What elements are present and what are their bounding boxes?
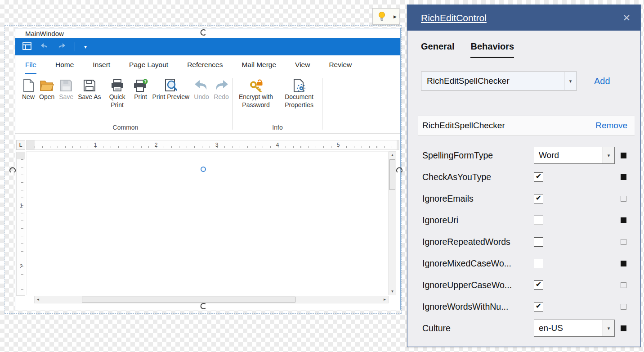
chevron-down-icon[interactable]: ▾ (564, 72, 577, 90)
close-icon[interactable]: ✕ (622, 13, 631, 23)
ruler-number: 1 (92, 142, 99, 148)
ribbon-tab-file[interactable]: File (25, 61, 36, 74)
property-set-marker[interactable] (621, 239, 626, 245)
group-separator (322, 78, 322, 130)
ribbon-button-label: Print (134, 93, 147, 101)
tab-behaviors[interactable]: Behaviors (470, 41, 514, 58)
ruler-number: 2 (18, 263, 24, 270)
behavior-combobox[interactable]: RichEditSpellChecker ▾ (421, 72, 577, 90)
horizontal-scroll-thumb[interactable] (82, 297, 295, 302)
property-label: IgnoreEmails (422, 194, 534, 204)
property-set-marker[interactable] (621, 261, 626, 266)
ribbon-content: NewOpenSaveSave AsQuick Print?PrintPrint… (15, 74, 400, 134)
panel-title-link[interactable]: RichEditControl (421, 13, 487, 23)
anchor-right-icon[interactable] (396, 167, 403, 174)
ribbon-button-quick-print[interactable]: Quick Print (103, 74, 131, 110)
ignoreuri-checkbox[interactable] (534, 216, 543, 225)
tab-stop-selector[interactable]: L (16, 140, 25, 150)
ribbon-button-encrypt-with-password[interactable]: Encrypt with Password (234, 74, 277, 110)
property-set-marker[interactable] (621, 153, 626, 158)
ribbon-tab-mail-merge[interactable]: Mail Merge (242, 61, 276, 74)
anchor-bottom-icon[interactable] (200, 302, 207, 310)
ribbon-tab-review[interactable]: Review (329, 61, 352, 74)
attached-behavior-row: RichEditSpellChecker Remove (418, 116, 635, 135)
ribbon-button-label: Save As (78, 93, 101, 101)
checkasyoutype-checkbox[interactable]: ✔ (534, 172, 543, 182)
horizontal-ruler[interactable]: 123456 (26, 140, 399, 150)
spellingformtype-dropdown[interactable]: Word▾ (534, 147, 615, 164)
ignoremixedcasewo-checkbox[interactable] (534, 259, 543, 268)
property-set-marker[interactable] (621, 196, 626, 202)
ribbon-group-label: Info (234, 123, 321, 133)
quick-actions-button[interactable]: ▶ (372, 8, 399, 25)
scroll-left-icon[interactable]: ◄ (35, 296, 41, 303)
vertical-ruler[interactable]: 12 (16, 152, 25, 296)
chevron-down-icon[interactable]: ▾ (84, 44, 87, 50)
property-set-marker[interactable] (621, 174, 626, 180)
ribbon-tab-references[interactable]: References (187, 61, 223, 74)
ruler-number: 3 (213, 142, 220, 148)
scroll-down-icon[interactable]: ▼ (389, 288, 396, 295)
quick-actions-expander-icon[interactable]: ▶ (391, 9, 399, 24)
quick-print-icon (111, 78, 124, 93)
ignorewordswithnu-checkbox[interactable]: ✔ (534, 302, 543, 311)
panel-titlebar: RichEditControl ✕ (407, 5, 640, 31)
property-set-marker[interactable] (621, 325, 626, 331)
ribbon-tab-view[interactable]: View (295, 61, 310, 74)
tab-general[interactable]: General (421, 41, 454, 58)
ribbon-button-label: New (22, 93, 35, 101)
undo-icon (194, 78, 209, 93)
anchor-top-icon[interactable] (200, 29, 207, 36)
property-set-marker[interactable] (621, 282, 626, 288)
ruler-number: 5 (335, 142, 342, 148)
vertical-scroll-thumb[interactable] (389, 159, 395, 190)
save-icon (60, 78, 72, 93)
ribbon-button-save-as[interactable]: Save As (76, 74, 103, 102)
checkmark-icon: ✔ (536, 281, 541, 288)
ribbon-button-label: Print Preview (152, 93, 189, 101)
scroll-right-icon[interactable]: ► (381, 296, 388, 303)
behavior-combobox-value: RichEditSpellChecker (421, 76, 564, 86)
vertical-scrollbar[interactable]: ▲ ▼ (389, 151, 396, 295)
ribbon-tab-page-layout[interactable]: Page Layout (129, 61, 168, 74)
add-behavior-link[interactable]: Add (594, 76, 610, 86)
property-row-checkasyoutype: CheckAsYouType✔ (422, 166, 640, 188)
property-list: SpellingFormTypeWord▾CheckAsYouType✔Igno… (407, 144, 640, 339)
ignorerepeatedwords-checkbox[interactable] (534, 237, 543, 247)
save-as-icon (83, 78, 96, 93)
ribbon-group-info: Encrypt with PasswordDocument Properties… (234, 74, 321, 133)
ignoreemails-checkbox[interactable]: ✔ (534, 194, 543, 203)
property-row-ignoremixedcasewo: IgnoreMixedCaseWo... (422, 253, 640, 274)
remove-behavior-link[interactable]: Remove (595, 121, 627, 131)
horizontal-scrollbar[interactable]: ◄ ► (34, 296, 389, 303)
property-set-marker[interactable] (621, 217, 626, 223)
ribbon-button-new[interactable]: New (20, 74, 37, 102)
chevron-down-icon[interactable]: ▾ (603, 147, 614, 163)
scroll-up-icon[interactable]: ▲ (389, 152, 396, 158)
chevron-down-icon[interactable]: ▾ (603, 320, 614, 336)
ruler-number: 4 (274, 142, 281, 148)
ribbon-button-open[interactable]: Open (37, 74, 57, 102)
ribbon-button-print[interactable]: ?Print (131, 74, 150, 102)
property-label: IgnoreUpperCaseWo... (422, 280, 534, 290)
culture-dropdown[interactable]: en-US▾ (534, 320, 615, 337)
checkmark-icon: ✔ (536, 194, 541, 202)
ribbon-button-document-properties[interactable]: Document Properties (277, 74, 321, 110)
checkmark-icon: ✔ (536, 302, 541, 310)
key-icon (249, 78, 263, 93)
ribbon-tab-insert[interactable]: Insert (93, 61, 110, 74)
anchor-left-icon[interactable] (9, 167, 16, 174)
undo-small-icon[interactable] (40, 43, 49, 51)
layout-icon[interactable] (22, 42, 31, 52)
ribbon-button-print-preview[interactable]: Print Preview (150, 74, 192, 102)
document-page[interactable] (26, 151, 389, 295)
property-label: CheckAsYouType (422, 172, 534, 182)
property-set-marker[interactable] (621, 304, 626, 310)
redo-small-icon[interactable] (58, 43, 66, 51)
ignoreuppercasewo-checkbox[interactable]: ✔ (534, 280, 543, 290)
designer-artboard: ▶ MainWindow ▾ FileHomeInsertPage Layout… (0, 0, 644, 352)
property-label: Culture (422, 323, 534, 334)
ribbon-tab-home[interactable]: Home (55, 61, 74, 74)
property-row-ignorerepeatedwords: IgnoreRepeatedWords (422, 231, 640, 253)
design-window[interactable]: MainWindow ▾ FileHomeInsertPage LayoutRe… (15, 28, 401, 310)
